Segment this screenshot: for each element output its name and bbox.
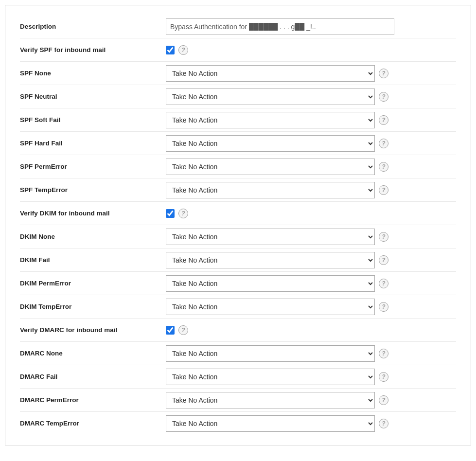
- dkim-fail-select[interactable]: Take No Action Quarantine Reject Tag Sub…: [166, 252, 375, 268]
- verify-spf-row: Verify SPF for inbound mail ?: [20, 38, 456, 62]
- verify-spf-label: Verify SPF for inbound mail: [20, 46, 166, 54]
- dmarc-fail-control: Take No Action Quarantine Reject Tag Sub…: [166, 369, 456, 385]
- spf-hard-fail-row: SPF Hard Fail Take No Action Quarantine …: [20, 132, 456, 155]
- spf-soft-fail-label: SPF Soft Fail: [20, 116, 166, 124]
- verify-dmarc-checkbox[interactable]: [166, 326, 175, 335]
- spf-temp-error-help-icon[interactable]: ?: [379, 185, 388, 195]
- dkim-none-row: DKIM None Take No Action Quarantine Reje…: [20, 225, 456, 248]
- dkim-fail-label: DKIM Fail: [20, 256, 166, 265]
- dkim-perm-error-label: DKIM PermError: [20, 279, 166, 288]
- spf-temp-error-select[interactable]: Take No Action Quarantine Reject Tag Sub…: [166, 182, 375, 198]
- spf-temp-error-label: SPF TempError: [20, 186, 166, 195]
- spf-none-row: SPF None Take No Action Quarantine Rejec…: [20, 62, 456, 85]
- dkim-perm-error-help-icon[interactable]: ?: [379, 279, 388, 288]
- spf-soft-fail-select[interactable]: Take No Action Quarantine Reject Tag Sub…: [166, 112, 375, 128]
- dmarc-fail-help-icon[interactable]: ?: [379, 372, 388, 382]
- spf-neutral-row: SPF Neutral Take No Action Quarantine Re…: [20, 85, 456, 108]
- dkim-none-label: DKIM None: [20, 232, 166, 241]
- description-label: Description: [20, 22, 166, 31]
- dkim-temp-error-help-icon[interactable]: ?: [379, 302, 388, 312]
- spf-hard-fail-select[interactable]: Take No Action Quarantine Reject Tag Sub…: [166, 135, 375, 152]
- dmarc-perm-error-label: DMARC PermError: [20, 396, 166, 405]
- dmarc-fail-label: DMARC Fail: [20, 372, 166, 381]
- dmarc-none-control: Take No Action Quarantine Reject Tag Sub…: [166, 345, 456, 362]
- dkim-none-control: Take No Action Quarantine Reject Tag Sub…: [166, 229, 456, 245]
- spf-hard-fail-control: Take No Action Quarantine Reject Tag Sub…: [166, 135, 456, 152]
- spf-none-control: Take No Action Quarantine Reject Tag Sub…: [166, 65, 456, 82]
- dkim-fail-help-icon[interactable]: ?: [379, 255, 388, 265]
- description-input[interactable]: [166, 18, 394, 35]
- spf-hard-fail-label: SPF Hard Fail: [20, 139, 166, 148]
- verify-spf-help-icon[interactable]: ?: [178, 45, 188, 55]
- verify-dkim-checkbox[interactable]: [166, 209, 175, 218]
- spf-soft-fail-help-icon[interactable]: ?: [379, 115, 388, 125]
- dmarc-temp-error-help-icon[interactable]: ?: [379, 419, 388, 428]
- verify-dmarc-help-icon[interactable]: ?: [178, 325, 188, 335]
- dmarc-none-help-icon[interactable]: ?: [379, 349, 388, 358]
- dmarc-none-row: DMARC None Take No Action Quarantine Rej…: [20, 342, 456, 365]
- dmarc-perm-error-control: Take No Action Quarantine Reject Tag Sub…: [166, 392, 456, 408]
- spf-perm-error-label: SPF PermError: [20, 162, 166, 171]
- verify-dkim-row: Verify DKIM for inbound mail ?: [20, 202, 456, 225]
- dkim-temp-error-row: DKIM TempError Take No Action Quarantine…: [20, 295, 456, 319]
- dmarc-none-label: DMARC None: [20, 349, 166, 358]
- dkim-fail-control: Take No Action Quarantine Reject Tag Sub…: [166, 252, 456, 268]
- dkim-temp-error-select[interactable]: Take No Action Quarantine Reject Tag Sub…: [166, 299, 375, 315]
- dmarc-fail-row: DMARC Fail Take No Action Quarantine Rej…: [20, 365, 456, 389]
- dmarc-temp-error-label: DMARC TempError: [20, 419, 166, 428]
- spf-neutral-label: SPF Neutral: [20, 92, 166, 101]
- verify-spf-checkbox[interactable]: [166, 46, 175, 54]
- dmarc-perm-error-row: DMARC PermError Take No Action Quarantin…: [20, 389, 456, 412]
- verify-dmarc-row: Verify DMARC for inbound mail ?: [20, 319, 456, 342]
- verify-spf-control: ?: [166, 45, 456, 55]
- spf-perm-error-help-icon[interactable]: ?: [379, 162, 388, 172]
- spf-none-select[interactable]: Take No Action Quarantine Reject Tag Sub…: [166, 65, 375, 82]
- dmarc-temp-error-control: Take No Action Quarantine Reject Tag Sub…: [166, 415, 456, 432]
- dmarc-none-select[interactable]: Take No Action Quarantine Reject Tag Sub…: [166, 345, 375, 362]
- spf-neutral-select[interactable]: Take No Action Quarantine Reject Tag Sub…: [166, 89, 375, 105]
- description-control: [166, 18, 456, 35]
- dmarc-perm-error-select[interactable]: Take No Action Quarantine Reject Tag Sub…: [166, 392, 375, 408]
- dmarc-perm-error-help-icon[interactable]: ?: [379, 395, 388, 405]
- description-row: Description: [20, 15, 456, 38]
- dmarc-temp-error-select[interactable]: Take No Action Quarantine Reject Tag Sub…: [166, 415, 375, 432]
- verify-dkim-help-icon[interactable]: ?: [178, 209, 188, 218]
- settings-form: Description Verify SPF for inbound mail …: [5, 5, 471, 445]
- spf-soft-fail-control: Take No Action Quarantine Reject Tag Sub…: [166, 112, 456, 128]
- verify-dmarc-label: Verify DMARC for inbound mail: [20, 326, 166, 335]
- dkim-none-help-icon[interactable]: ?: [379, 232, 388, 242]
- dkim-none-select[interactable]: Take No Action Quarantine Reject Tag Sub…: [166, 229, 375, 245]
- dmarc-temp-error-row: DMARC TempError Take No Action Quarantin…: [20, 412, 456, 435]
- spf-temp-error-control: Take No Action Quarantine Reject Tag Sub…: [166, 182, 456, 198]
- dmarc-fail-select[interactable]: Take No Action Quarantine Reject Tag Sub…: [166, 369, 375, 385]
- verify-dkim-label: Verify DKIM for inbound mail: [20, 209, 166, 218]
- dkim-perm-error-select[interactable]: Take No Action Quarantine Reject Tag Sub…: [166, 275, 375, 292]
- spf-perm-error-row: SPF PermError Take No Action Quarantine …: [20, 155, 456, 178]
- spf-neutral-help-icon[interactable]: ?: [379, 92, 388, 102]
- spf-none-label: SPF None: [20, 69, 166, 78]
- spf-neutral-control: Take No Action Quarantine Reject Tag Sub…: [166, 89, 456, 105]
- dkim-fail-row: DKIM Fail Take No Action Quarantine Reje…: [20, 248, 456, 272]
- dkim-temp-error-label: DKIM TempError: [20, 302, 166, 311]
- spf-soft-fail-row: SPF Soft Fail Take No Action Quarantine …: [20, 108, 456, 132]
- dkim-perm-error-control: Take No Action Quarantine Reject Tag Sub…: [166, 275, 456, 292]
- verify-dmarc-control: ?: [166, 325, 456, 335]
- dkim-temp-error-control: Take No Action Quarantine Reject Tag Sub…: [166, 299, 456, 315]
- spf-perm-error-control: Take No Action Quarantine Reject Tag Sub…: [166, 159, 456, 175]
- dkim-perm-error-row: DKIM PermError Take No Action Quarantine…: [20, 272, 456, 295]
- verify-dkim-control: ?: [166, 209, 456, 218]
- spf-hard-fail-help-icon[interactable]: ?: [379, 139, 388, 148]
- spf-perm-error-select[interactable]: Take No Action Quarantine Reject Tag Sub…: [166, 159, 375, 175]
- spf-temp-error-row: SPF TempError Take No Action Quarantine …: [20, 178, 456, 202]
- spf-none-help-icon[interactable]: ?: [379, 69, 388, 78]
